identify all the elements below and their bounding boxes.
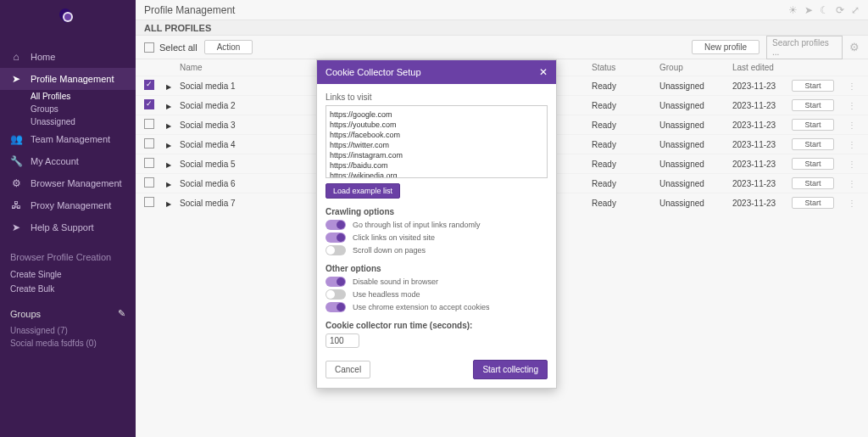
cell-name: Social media 4 xyxy=(180,140,303,149)
start-button[interactable]: Start xyxy=(792,119,834,131)
row-checkbox[interactable] xyxy=(144,177,154,188)
expand-icon[interactable]: ▶ xyxy=(166,142,171,149)
expand-icon[interactable]: ▶ xyxy=(166,83,171,91)
home-icon: ⌂ xyxy=(10,51,22,63)
search-input[interactable]: Search profiles ... xyxy=(766,36,843,59)
start-button[interactable]: Start xyxy=(792,80,834,92)
kebab-icon[interactable]: ⋮ xyxy=(848,120,856,130)
team-icon: 👥 xyxy=(10,133,22,145)
toggle-random[interactable] xyxy=(326,220,346,230)
new-profile-button[interactable]: New profile xyxy=(692,40,760,54)
modal-header: Cookie Collector Setup ✕ xyxy=(317,60,556,84)
row-checkbox[interactable] xyxy=(144,80,154,90)
cookie-collector-modal: Cookie Collector Setup ✕ Links to visit … xyxy=(316,59,557,389)
gear-icon: ⚙ xyxy=(10,177,22,189)
sidebar: ⌂ Home ➤ Profile Management All Profiles… xyxy=(0,0,136,437)
links-textarea[interactable]: https://google.com https://youtube.com h… xyxy=(326,105,548,178)
sidebar-item-profile-management[interactable]: ➤ Profile Management xyxy=(0,68,136,90)
link-create-bulk[interactable]: Create Bulk xyxy=(0,282,136,296)
row-checkbox[interactable] xyxy=(144,138,154,148)
cell-group: Unassigned xyxy=(659,199,732,208)
links-label: Links to visit xyxy=(326,92,548,102)
cell-name: Social media 5 xyxy=(180,160,303,169)
link-create-single[interactable]: Create Single xyxy=(0,267,136,282)
label-headless: Use headless mode xyxy=(353,290,420,299)
edit-icon[interactable]: ✎ xyxy=(118,308,125,319)
kebab-icon[interactable]: ⋮ xyxy=(848,140,856,149)
sidebar-item-my-account[interactable]: 🔧 My Account xyxy=(0,150,136,172)
cell-edited: 2023-11-23 xyxy=(732,140,792,149)
toggle-sound[interactable] xyxy=(326,277,346,287)
label-sound: Disable sound in browser xyxy=(353,277,438,286)
row-checkbox[interactable] xyxy=(144,197,154,207)
group-unassigned[interactable]: Unassigned (7) xyxy=(0,324,136,337)
sidebar-item-browser-management[interactable]: ⚙ Browser Management xyxy=(0,172,136,194)
nav-icon[interactable]: ➤ xyxy=(804,4,813,16)
start-button[interactable]: Start xyxy=(792,158,834,170)
expand-icon[interactable]: ▶ xyxy=(166,161,171,169)
load-example-button[interactable]: Load example list xyxy=(326,183,400,199)
moon-icon[interactable]: ☾ xyxy=(820,4,829,16)
expand-icon[interactable]: ▶ xyxy=(166,181,171,188)
section-subtitle: ALL PROFILES xyxy=(136,20,868,36)
start-button[interactable]: Start xyxy=(792,138,834,150)
cell-group: Unassigned xyxy=(659,101,732,110)
col-edited: Last edited xyxy=(732,63,792,72)
sidebar-sub-all-profiles[interactable]: All Profiles xyxy=(31,90,136,103)
cell-group: Unassigned xyxy=(659,179,732,188)
cell-status: Ready xyxy=(592,81,659,91)
kebab-icon[interactable]: ⋮ xyxy=(848,160,856,169)
row-checkbox[interactable] xyxy=(144,99,154,109)
expand-icon[interactable]: ▶ xyxy=(166,200,171,208)
expand-icon[interactable]: ⤢ xyxy=(851,4,860,16)
expand-icon[interactable]: ▶ xyxy=(166,103,171,110)
kebab-icon[interactable]: ⋮ xyxy=(848,101,856,110)
sidebar-label: My Account xyxy=(31,156,79,166)
settings-icon[interactable]: ⚙ xyxy=(849,41,860,53)
cell-name: Social media 3 xyxy=(180,120,303,130)
expand-icon[interactable]: ▶ xyxy=(166,122,171,130)
toggle-extension[interactable] xyxy=(326,302,346,312)
send-icon: ➤ xyxy=(10,221,22,233)
sidebar-item-proxy-management[interactable]: 🖧 Proxy Management xyxy=(0,194,136,216)
sidebar-label: Proxy Management xyxy=(31,200,111,210)
start-button[interactable]: Start xyxy=(792,197,834,209)
sidebar-sub-unassigned[interactable]: Unassigned xyxy=(31,115,136,128)
close-icon[interactable]: ✕ xyxy=(539,66,548,78)
sidebar-sub-groups[interactable]: Groups xyxy=(31,103,136,115)
row-checkbox[interactable] xyxy=(144,158,154,168)
sidebar-item-team-management[interactable]: 👥 Team Management xyxy=(0,128,136,150)
start-button[interactable]: Start xyxy=(792,99,834,111)
kebab-icon[interactable]: ⋮ xyxy=(848,179,856,188)
toggle-scroll[interactable] xyxy=(326,245,346,255)
sun-icon[interactable]: ☀ xyxy=(788,4,798,16)
kebab-icon[interactable]: ⋮ xyxy=(848,81,856,91)
sidebar-item-home[interactable]: ⌂ Home xyxy=(0,46,136,68)
cell-edited: 2023-11-23 xyxy=(732,120,792,130)
cell-edited: 2023-11-23 xyxy=(732,160,792,169)
cell-name: Social media 6 xyxy=(180,179,303,188)
cell-group: Unassigned xyxy=(659,160,732,169)
cancel-button[interactable]: Cancel xyxy=(326,361,370,378)
nav: ⌂ Home ➤ Profile Management All Profiles… xyxy=(0,34,136,350)
col-name: Name xyxy=(180,63,303,72)
label-scroll: Scroll down on pages xyxy=(353,246,426,255)
row-checkbox[interactable] xyxy=(144,119,154,129)
runtime-input[interactable]: 100 xyxy=(326,333,359,348)
cell-name: Social media 1 xyxy=(180,81,303,91)
sidebar-item-help[interactable]: ➤ Help & Support xyxy=(0,216,136,238)
kebab-icon[interactable]: ⋮ xyxy=(848,199,856,208)
group-social-media[interactable]: Social media fsdfds (0) xyxy=(0,337,136,350)
sidebar-label: Home xyxy=(31,52,55,62)
toggle-headless[interactable] xyxy=(326,289,346,300)
toggle-click-links[interactable] xyxy=(326,233,346,243)
action-button[interactable]: Action xyxy=(204,40,253,54)
col-group: Group xyxy=(659,63,732,72)
select-all-checkbox[interactable] xyxy=(144,42,154,53)
app-logo xyxy=(0,0,136,34)
refresh-icon[interactable]: ⟳ xyxy=(836,4,844,16)
cell-group: Unassigned xyxy=(659,120,732,130)
cell-group: Unassigned xyxy=(659,81,732,91)
start-button[interactable]: Start xyxy=(792,177,834,189)
start-collecting-button[interactable]: Start collecting xyxy=(473,360,548,379)
